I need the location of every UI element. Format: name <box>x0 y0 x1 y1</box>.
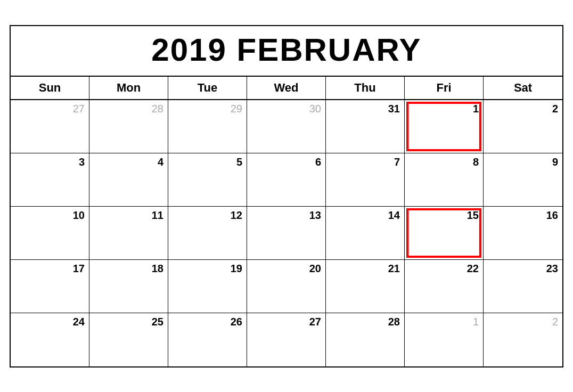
day-number: 28 <box>94 103 163 115</box>
day-cell[interactable]: 8 <box>405 153 484 207</box>
day-cell[interactable]: 14 <box>326 207 405 260</box>
day-cell[interactable]: 17 <box>11 260 89 313</box>
day-number: 10 <box>15 209 85 222</box>
header-cell-sat: Sat <box>484 77 562 99</box>
day-cell[interactable]: 11 <box>89 207 168 260</box>
day-number: 2 <box>488 316 558 328</box>
day-cell[interactable]: 18 <box>89 260 168 313</box>
calendar-title: 2019 FEBRUARY <box>11 26 562 77</box>
day-number: 4 <box>94 156 163 168</box>
header-cell-mon: Mon <box>89 77 168 99</box>
day-number: 3 <box>15 156 85 168</box>
day-cell[interactable]: 27 <box>11 100 89 153</box>
day-cell[interactable]: 3 <box>11 153 89 207</box>
day-number: 8 <box>409 156 479 168</box>
day-number: 29 <box>173 103 242 115</box>
header-cell-fri: Fri <box>405 77 484 99</box>
day-number: 16 <box>488 209 558 222</box>
header-cell-sun: Sun <box>11 77 89 99</box>
day-cell[interactable]: 2 <box>484 313 562 366</box>
day-number: 17 <box>15 263 85 275</box>
day-cell[interactable]: 28 <box>89 100 168 153</box>
header-cell-tue: Tue <box>168 77 247 99</box>
day-number: 13 <box>251 209 321 222</box>
day-number: 14 <box>330 209 400 222</box>
day-cell[interactable]: 13 <box>247 207 326 260</box>
day-number: 24 <box>15 316 85 328</box>
calendar: 2019 FEBRUARY SunMonTueWedThuFriSat 2728… <box>10 25 563 368</box>
day-number: 30 <box>251 103 321 115</box>
day-cell[interactable]: 6 <box>247 153 326 207</box>
calendar-header: SunMonTueWedThuFriSat <box>11 77 562 100</box>
day-number: 6 <box>251 156 321 168</box>
day-cell[interactable]: 24 <box>11 313 89 366</box>
day-cell[interactable]: 5 <box>168 153 247 207</box>
day-cell[interactable]: 2 <box>484 100 562 153</box>
day-number: 20 <box>251 263 321 275</box>
day-number: 15 <box>409 209 479 222</box>
day-number: 12 <box>173 209 242 222</box>
day-number: 27 <box>251 316 321 328</box>
day-cell[interactable]: 31 <box>326 100 405 153</box>
day-number: 26 <box>173 316 242 328</box>
day-cell[interactable]: 25 <box>89 313 168 366</box>
day-cell[interactable]: 26 <box>168 313 247 366</box>
day-number: 21 <box>330 263 400 275</box>
day-number: 19 <box>173 263 242 275</box>
day-number: 28 <box>330 316 400 328</box>
day-cell[interactable]: 16 <box>484 207 562 260</box>
header-cell-wed: Wed <box>247 77 326 99</box>
day-number: 18 <box>94 263 163 275</box>
day-cell[interactable]: 10 <box>11 207 89 260</box>
day-cell[interactable]: 30 <box>247 100 326 153</box>
day-cell[interactable]: 12 <box>168 207 247 260</box>
day-cell[interactable]: 1 <box>405 313 484 366</box>
day-number: 23 <box>488 263 558 275</box>
day-cell[interactable]: 15 <box>405 207 484 260</box>
day-cell[interactable]: 4 <box>89 153 168 207</box>
day-cell[interactable]: 29 <box>168 100 247 153</box>
day-cell[interactable]: 7 <box>326 153 405 207</box>
day-cell[interactable]: 22 <box>405 260 484 313</box>
day-cell[interactable]: 1 <box>405 100 484 153</box>
day-cell[interactable]: 23 <box>484 260 562 313</box>
day-number: 5 <box>173 156 242 168</box>
day-number: 27 <box>15 103 85 115</box>
day-number: 22 <box>409 263 479 275</box>
day-number: 2 <box>488 103 558 115</box>
day-cell[interactable]: 19 <box>168 260 247 313</box>
day-number: 9 <box>488 156 558 168</box>
day-cell[interactable]: 28 <box>326 313 405 366</box>
day-number: 31 <box>330 103 400 115</box>
day-number: 11 <box>94 209 163 222</box>
day-cell[interactable]: 20 <box>247 260 326 313</box>
day-cell[interactable]: 27 <box>247 313 326 366</box>
day-cell[interactable]: 21 <box>326 260 405 313</box>
calendar-grid: 2728293031123456789101112131415161718192… <box>11 100 562 366</box>
day-number: 1 <box>409 103 479 115</box>
day-number: 1 <box>409 316 479 328</box>
day-number: 25 <box>94 316 163 328</box>
day-cell[interactable]: 9 <box>484 153 562 207</box>
header-cell-thu: Thu <box>326 77 405 99</box>
day-number: 7 <box>330 156 400 168</box>
